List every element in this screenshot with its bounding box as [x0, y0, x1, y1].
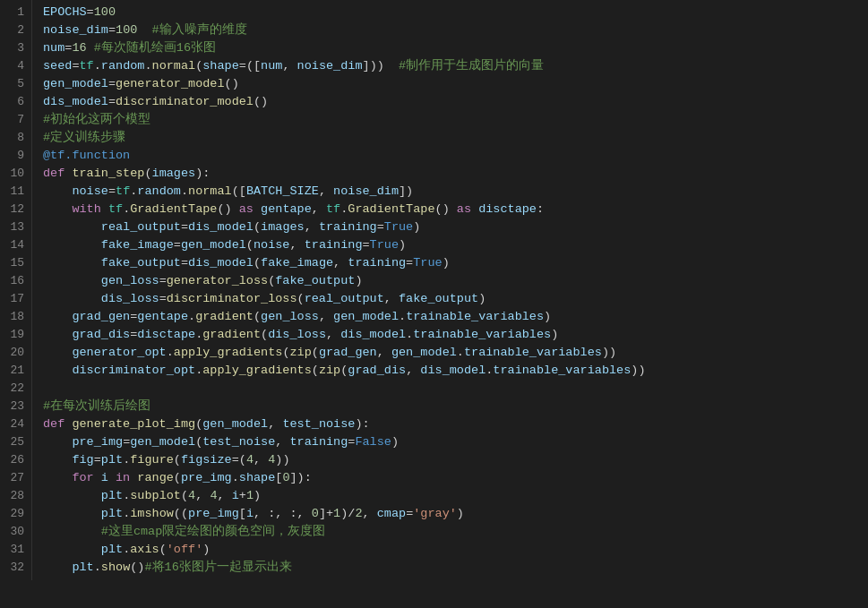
line-num-5: 5	[7, 75, 24, 93]
line-num-18: 18	[7, 308, 24, 326]
line-numbers: 1 2 3 4 5 6 7 8 9 10 11 12 13 14 15 16 1…	[0, 0, 32, 580]
code-line-27: for i in range(pre_img.shape[0]):	[43, 469, 868, 487]
line-num-30: 30	[7, 523, 24, 541]
code-line-5: gen_model=generator_model()	[43, 75, 868, 93]
line-num-23: 23	[7, 398, 24, 415]
code-line-30: #这里cmap限定绘图的颜色空间，灰度图	[43, 523, 868, 541]
line-num-26: 26	[7, 451, 24, 469]
line-num-1: 1	[7, 4, 24, 21]
line-num-6: 6	[7, 93, 24, 111]
line-num-27: 27	[7, 469, 24, 487]
line-num-13: 13	[7, 218, 24, 236]
line-num-24: 24	[7, 415, 24, 433]
code-line-15: fake_output=dis_model(fake_image, traini…	[43, 254, 868, 272]
line-num-7: 7	[7, 111, 24, 129]
line-num-15: 15	[7, 254, 24, 272]
code-line-6: dis_model=discriminator_model()	[43, 93, 868, 111]
code-line-28: plt.subplot(4, 4, i+1)	[43, 487, 868, 505]
code-line-29: plt.imshow((pre_img[i, :, :, 0]+1)/2, cm…	[43, 505, 868, 523]
code-line-32: plt.show()#将16张图片一起显示出来	[43, 559, 868, 577]
line-num-21: 21	[7, 362, 24, 380]
line-num-9: 9	[7, 147, 24, 165]
code-line-1: EPOCHS=100	[43, 4, 868, 21]
line-num-31: 31	[7, 541, 24, 559]
line-num-3: 3	[7, 39, 24, 57]
code-content: EPOCHS=100 noise_dim=100 #输入噪声的维度 num=16…	[32, 0, 868, 580]
code-line-22	[43, 380, 868, 398]
code-line-4: seed=tf.random.normal(shape=([num, noise…	[43, 57, 868, 75]
code-line-26: fig=plt.figure(figsize=(4, 4))	[43, 451, 868, 469]
code-line-25: pre_img=gen_model(test_noise, training=F…	[43, 433, 868, 451]
line-num-19: 19	[7, 326, 24, 344]
line-num-10: 10	[7, 165, 24, 183]
code-line-31: plt.axis('off')	[43, 541, 868, 559]
line-num-28: 28	[7, 487, 24, 505]
code-line-24: def generate_plot_img(gen_model, test_no…	[43, 415, 868, 433]
code-line-3: num=16 #每次随机绘画16张图	[43, 39, 868, 57]
code-line-2: noise_dim=100 #输入噪声的维度	[43, 21, 868, 39]
line-num-17: 17	[7, 290, 24, 308]
line-num-11: 11	[7, 183, 24, 201]
line-num-2: 2	[7, 21, 24, 39]
code-line-19: grad_dis=disctape.gradient(dis_loss, dis…	[43, 326, 868, 344]
line-num-20: 20	[7, 344, 24, 362]
code-line-23: #在每次训练后绘图	[43, 398, 868, 415]
code-line-18: grad_gen=gentape.gradient(gen_loss, gen_…	[43, 308, 868, 326]
code-editor: 1 2 3 4 5 6 7 8 9 10 11 12 13 14 15 16 1…	[0, 0, 868, 580]
line-num-29: 29	[7, 505, 24, 523]
line-num-4: 4	[7, 57, 24, 75]
code-line-14: fake_image=gen_model(noise, training=Tru…	[43, 236, 868, 254]
line-num-22: 22	[7, 380, 24, 398]
code-line-17: dis_loss=discriminator_loss(real_output,…	[43, 290, 868, 308]
code-line-8: #定义训练步骤	[43, 129, 868, 147]
code-line-13: real_output=dis_model(images, training=T…	[43, 218, 868, 236]
line-num-16: 16	[7, 272, 24, 290]
code-line-10: def train_step(images):	[43, 165, 868, 183]
code-line-9: @tf.function	[43, 147, 868, 165]
line-num-14: 14	[7, 236, 24, 254]
code-line-16: gen_loss=generator_loss(fake_output)	[43, 272, 868, 290]
line-num-32: 32	[7, 559, 24, 577]
code-line-7: #初始化这两个模型	[43, 111, 868, 129]
line-num-12: 12	[7, 201, 24, 218]
code-line-12: with tf.GradientTape() as gentape, tf.Gr…	[43, 201, 868, 218]
line-num-25: 25	[7, 433, 24, 451]
code-line-21: discriminator_opt.apply_gradients(zip(gr…	[43, 362, 868, 380]
code-line-20: generator_opt.apply_gradients(zip(grad_g…	[43, 344, 868, 362]
line-num-8: 8	[7, 129, 24, 147]
code-line-11: noise=tf.random.normal([BATCH_SIZE, nois…	[43, 183, 868, 201]
